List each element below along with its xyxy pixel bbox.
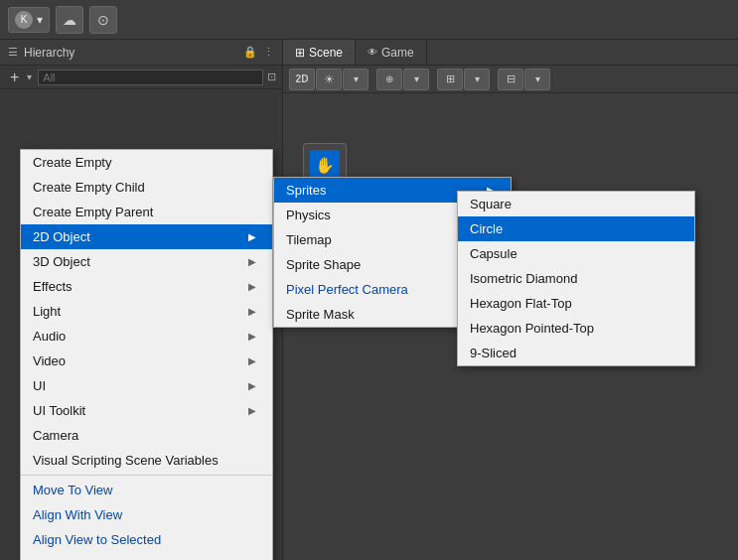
search-input[interactable] xyxy=(38,70,263,85)
menu-light[interactable]: Light ▶ xyxy=(21,299,272,324)
menu-toggle-active-state[interactable]: Toggle Active State xyxy=(21,552,272,560)
menu-3d-object[interactable]: 3D Object ▶ xyxy=(21,249,272,274)
submenu-arrow: ▶ xyxy=(248,405,256,416)
hierarchy-header: ☰ Hierarchy 🔒 ⋮ xyxy=(0,40,282,66)
extra-buttons: ⊟ ▾ xyxy=(498,69,550,90)
submenu-arrow: ▶ xyxy=(248,331,256,342)
submenu-arrow: ▶ xyxy=(248,380,256,391)
2d-view-btn[interactable]: 2D xyxy=(289,69,315,90)
menu-9-sliced[interactable]: 9-Sliced xyxy=(458,341,694,365)
menu-square[interactable]: Square xyxy=(458,192,694,216)
menu-divider xyxy=(21,475,272,476)
menu-capsule[interactable]: Capsule xyxy=(458,241,694,266)
hierarchy-panel: ☰ Hierarchy 🔒 ⋮ + ▾ ⊡ Create Empty Creat… xyxy=(0,40,283,560)
hierarchy-title: Hierarchy xyxy=(24,46,74,60)
menu-visual-scripting[interactable]: Visual Scripting Scene Variables xyxy=(21,448,272,473)
menu-align-view-to-selected[interactable]: Align View to Selected xyxy=(21,527,272,552)
extra-dropdown[interactable]: ▾ xyxy=(524,69,550,90)
menu-video[interactable]: Video ▶ xyxy=(21,349,272,373)
menu-ui-toolkit[interactable]: UI Toolkit ▶ xyxy=(21,398,272,423)
tab-scene[interactable]: ⊞ Scene xyxy=(283,40,356,65)
menu-2d-object[interactable]: 2D Object ▶ xyxy=(21,224,272,249)
hierarchy-context-menu: Create Empty Create Empty Child Create E… xyxy=(20,149,273,560)
lighting-btn[interactable]: ☀ xyxy=(316,69,342,90)
view-mode-buttons: 2D ☀ ▾ xyxy=(289,69,369,90)
menu-circle[interactable]: Circle xyxy=(458,216,694,241)
cloud-icon-btn[interactable]: ☁ xyxy=(56,6,83,34)
submenu-arrow: ▶ xyxy=(248,231,256,242)
menu-hexagon-pointed-top[interactable]: Hexagon Pointed-Top xyxy=(458,316,694,341)
menu-isometric-diamond[interactable]: Isometric Diamond xyxy=(458,266,694,291)
menu-camera[interactable]: Camera xyxy=(21,423,272,448)
hand-tool-btn[interactable]: ✋ xyxy=(310,150,340,180)
tab-game[interactable]: 👁 Game xyxy=(356,40,427,65)
gizmo-dropdown[interactable]: ▾ xyxy=(403,69,429,90)
menu-effects[interactable]: Effects ▶ xyxy=(21,274,272,299)
add-dropdown-arrow[interactable]: ▾ xyxy=(27,71,32,82)
overlay-btn[interactable]: ⊞ xyxy=(437,69,463,90)
game-tab-icon: 👁 xyxy=(368,47,377,58)
scene-tabs: ⊞ Scene 👁 Game xyxy=(283,40,738,66)
account-icon: K xyxy=(15,11,33,29)
overlay-buttons: ⊞ ▾ xyxy=(437,69,490,90)
menu-create-empty-parent[interactable]: Create Empty Parent xyxy=(21,200,272,224)
hierarchy-menu-icon[interactable]: ☰ xyxy=(8,46,18,59)
menu-create-empty-child[interactable]: Create Empty Child xyxy=(21,175,272,200)
filter-icon[interactable]: ⊡ xyxy=(267,70,276,83)
account-button[interactable]: K ▾ xyxy=(8,7,50,33)
menu-align-with-view[interactable]: Align With View xyxy=(21,502,272,527)
overlay-dropdown[interactable]: ▾ xyxy=(464,69,490,90)
menu-move-to-view[interactable]: Move To View xyxy=(21,478,272,502)
menu-hexagon-flat-top[interactable]: Hexagon Flat-Top xyxy=(458,291,694,316)
extra-btn[interactable]: ⊟ xyxy=(498,69,523,90)
scene-toolbar: 2D ☀ ▾ ⊕ ▾ ⊞ ▾ ⊟ ▾ xyxy=(283,66,738,93)
gizmo-btn[interactable]: ⊕ xyxy=(376,69,402,90)
search-bar: + ▾ ⊡ xyxy=(0,66,282,89)
submenu-arrow: ▶ xyxy=(248,355,256,366)
add-button[interactable]: + xyxy=(6,70,23,85)
submenu-arrow: ▶ xyxy=(248,256,256,267)
network-icon-btn[interactable]: ⊙ xyxy=(89,6,117,34)
more-options-icon[interactable]: ⋮ xyxy=(263,46,274,59)
scene-tab-icon: ⊞ xyxy=(295,46,305,60)
menu-audio[interactable]: Audio ▶ xyxy=(21,324,272,349)
menu-ui[interactable]: UI ▶ xyxy=(21,373,272,398)
lock-icon[interactable]: 🔒 xyxy=(243,46,257,59)
top-toolbar: K ▾ ☁ ⊙ xyxy=(0,0,738,40)
menu-create-empty[interactable]: Create Empty xyxy=(21,150,272,175)
gizmo-buttons: ⊕ ▾ xyxy=(376,69,429,90)
sprites-submenu: Square Circle Capsule Isometric Diamond … xyxy=(457,191,695,366)
audio-btn[interactable]: ▾ xyxy=(343,69,369,90)
submenu-arrow: ▶ xyxy=(248,306,256,317)
submenu-arrow: ▶ xyxy=(248,281,256,292)
